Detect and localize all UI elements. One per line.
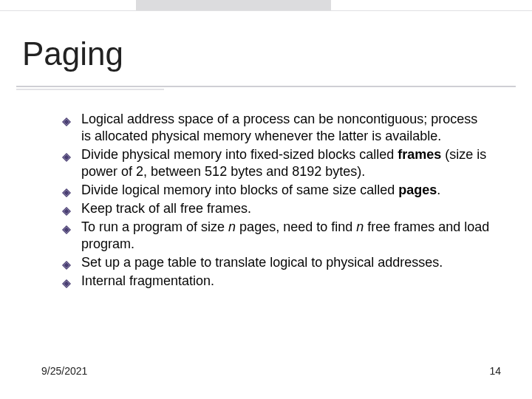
bullet-text: Keep track of all free frames. [81,201,251,216]
diamond-icon [62,185,71,194]
footer-page-number: 14 [489,365,501,377]
slide-title: Paging [22,35,123,72]
diamond-icon [62,203,71,212]
bullet-text: Set up a page table to translate logical… [81,255,443,270]
diamond-icon [62,257,71,266]
bullet-text: To run a program of size n pages, need t… [81,219,489,251]
diamond-icon [62,149,71,158]
list-item: Logical address space of a process can b… [62,111,491,145]
list-item: Set up a page table to translate logical… [62,254,491,271]
list-item: Internal fragmentation. [62,273,491,290]
title-underline [16,86,516,87]
content-area: Logical address space of a process can b… [62,111,491,291]
decorative-top-bar [136,0,331,10]
diamond-icon [62,222,71,231]
list-item: To run a program of size n pages, need t… [62,219,491,253]
decorative-hairline [0,10,532,11]
bullet-text: Internal fragmentation. [81,273,214,288]
list-item: Divide physical memory into fixed-sized … [62,146,491,180]
bullet-list: Logical address space of a process can b… [62,111,491,290]
diamond-icon [62,114,71,123]
bullet-text: Divide logical memory into blocks of sam… [81,183,440,197]
title-underline-short [16,89,164,90]
list-item: Keep track of all free frames. [62,200,491,217]
footer-date: 9/25/2021 [41,365,87,377]
list-item: Divide logical memory into blocks of sam… [62,182,491,199]
bullet-text: Logical address space of a process can b… [81,112,477,143]
diamond-icon [62,276,71,284]
bullet-text: Divide physical memory into fixed-sized … [81,147,486,179]
